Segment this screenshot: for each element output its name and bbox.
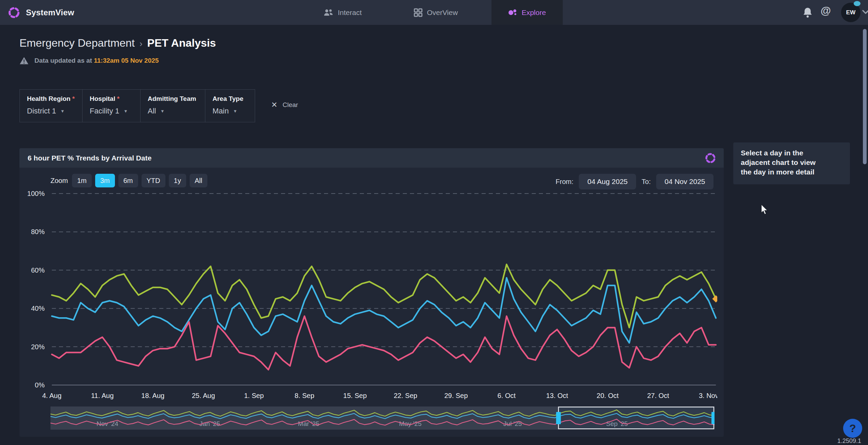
x-tick-label: 1. Sep bbox=[244, 392, 264, 399]
series-pink bbox=[52, 316, 716, 370]
tab-overview-label: OverView bbox=[427, 9, 458, 17]
caret-down-icon: ▾ bbox=[234, 108, 237, 114]
x-tick-label: 15. Sep bbox=[343, 392, 367, 399]
day-detail-message: Select a day in the adjacent chart to vi… bbox=[741, 148, 823, 177]
zoom-button-ytd[interactable]: YTD bbox=[142, 174, 165, 187]
day-detail-panel: Select a day in the adjacent chart to vi… bbox=[733, 142, 850, 184]
zoom-label: Zoom bbox=[50, 177, 68, 185]
tab-overview[interactable]: OverView bbox=[404, 0, 467, 25]
from-label: From: bbox=[556, 178, 573, 186]
zoom-button-1m[interactable]: 1m bbox=[72, 174, 92, 187]
navigator-selection bbox=[558, 407, 714, 429]
clear-filters-button[interactable]: ✕ Clear bbox=[271, 101, 298, 109]
clear-x-icon: ✕ bbox=[271, 101, 277, 109]
mentions-at-icon[interactable]: @ bbox=[821, 5, 831, 17]
to-label: To: bbox=[642, 178, 651, 186]
x-tick-label: 6. Oct bbox=[498, 392, 516, 399]
filter-hospital[interactable]: Hospital*Facility 1▾ bbox=[83, 90, 141, 122]
filter-value-dropdown[interactable]: Facility 1▾ bbox=[90, 107, 140, 116]
breadcrumb-separator: › bbox=[139, 39, 143, 49]
people-icon bbox=[324, 9, 333, 17]
breadcrumb-section[interactable]: Emergency Department bbox=[19, 37, 135, 49]
chart-toolbar: Zoom1m3m6mYTD1yAll From: 04 Aug 2025 To:… bbox=[19, 172, 724, 189]
y-tick-label: 20% bbox=[31, 343, 45, 351]
navigator-svg: Nov '24Jan '25Mar '25May '25Jul '25Sep '… bbox=[50, 406, 715, 430]
explore-dots-icon bbox=[508, 9, 517, 17]
x-tick-label: 25. Aug bbox=[192, 392, 215, 399]
tab-interact-label: Interact bbox=[338, 9, 362, 17]
zoom-button-3m[interactable]: 3m bbox=[95, 174, 115, 187]
navigator-unselected-mask bbox=[50, 406, 558, 430]
data-updated-text: Data updated as at 11:32am 05 Nov 2025 bbox=[34, 57, 159, 64]
version-label: 1.2509.1 bbox=[832, 438, 866, 445]
page: SystemView Interact OverView bbox=[0, 0, 868, 445]
filter-label: Health Region* bbox=[27, 95, 82, 103]
navigator-handle-right[interactable] bbox=[711, 412, 715, 424]
y-tick-label: 0% bbox=[35, 381, 45, 389]
required-asterisk: * bbox=[117, 95, 119, 102]
brand-name: SystemView bbox=[26, 8, 74, 17]
breadcrumb: Emergency Department › PET Analysis bbox=[19, 37, 216, 49]
filter-health-region[interactable]: Health Region*District 1▾ bbox=[20, 90, 83, 122]
x-tick-label: 11. Aug bbox=[91, 392, 114, 399]
trend-chart-title: 6 hour PET % Trends by Arrival Date bbox=[28, 154, 151, 162]
filter-value-dropdown[interactable]: All▾ bbox=[148, 107, 205, 116]
required-asterisk: * bbox=[72, 95, 75, 102]
x-tick-label: 8. Sep bbox=[295, 392, 314, 399]
tab-explore[interactable]: Explore bbox=[491, 0, 563, 25]
top-nav: SystemView Interact OverView bbox=[0, 0, 868, 25]
x-tick-label: 13. Oct bbox=[546, 392, 568, 399]
filter-bar: Health Region*District 1▾Hospital*Facili… bbox=[19, 89, 255, 122]
chevron-down-icon[interactable] bbox=[862, 9, 868, 15]
tab-explore-label: Explore bbox=[521, 9, 546, 17]
help-button[interactable]: ? bbox=[843, 419, 862, 438]
chart-range-navigator[interactable]: Nov '24Jan '25Mar '25May '25Jul '25Sep '… bbox=[50, 406, 715, 430]
caret-down-icon: ▾ bbox=[161, 108, 164, 114]
avatar-status-badge bbox=[854, 1, 860, 6]
trend-line-chart[interactable]: 0%20%40%60%80%100%4. Aug11. Aug18. Aug25… bbox=[18, 187, 717, 404]
filter-label: Hospital* bbox=[90, 95, 140, 103]
trend-chart-svg: 0%20%40%60%80%100%4. Aug11. Aug18. Aug25… bbox=[18, 187, 717, 404]
caret-down-icon: ▾ bbox=[61, 108, 64, 114]
x-tick-label: 18. Aug bbox=[141, 392, 164, 399]
mouse-cursor bbox=[760, 204, 769, 215]
filter-value-dropdown[interactable]: District 1▾ bbox=[27, 107, 82, 116]
avatar-initials: EW bbox=[846, 9, 855, 16]
x-tick-label: 29. Sep bbox=[444, 392, 468, 399]
data-updated-timestamp: 11:32am 05 Nov 2025 bbox=[94, 57, 159, 64]
brand[interactable]: SystemView bbox=[8, 0, 74, 25]
zoom-button-group: Zoom1m3m6mYTD1yAll bbox=[50, 174, 207, 187]
navigator-handle-left[interactable] bbox=[556, 412, 561, 424]
grid-icon bbox=[414, 8, 423, 17]
trend-chart-panel: 6 hour PET % Trends by Arrival Date Zoom… bbox=[19, 148, 724, 437]
loading-spinner-icon bbox=[705, 152, 716, 164]
filter-label: Area Type bbox=[212, 95, 255, 103]
filter-value-dropdown[interactable]: Main▾ bbox=[212, 107, 255, 116]
y-tick-label: 60% bbox=[31, 266, 45, 274]
filter-admitting-team[interactable]: Admitting TeamAll▾ bbox=[141, 90, 205, 122]
systemview-logo-icon bbox=[8, 6, 20, 19]
y-tick-label: 80% bbox=[31, 228, 45, 235]
x-tick-label: 22. Sep bbox=[394, 392, 417, 399]
page-scrollbar-thumb[interactable] bbox=[863, 29, 867, 164]
data-updated-row: Data updated as at 11:32am 05 Nov 2025 bbox=[19, 57, 159, 65]
x-tick-label: 3. Nov bbox=[699, 392, 717, 399]
filter-label: Admitting Team bbox=[148, 95, 205, 103]
zoom-button-6m[interactable]: 6m bbox=[118, 174, 138, 187]
x-tick-label: 27. Oct bbox=[647, 392, 669, 399]
y-tick-label: 40% bbox=[31, 305, 45, 312]
y-tick-label: 100% bbox=[27, 190, 45, 197]
caret-down-icon: ▾ bbox=[124, 108, 127, 114]
notifications-bell-icon[interactable] bbox=[801, 6, 814, 19]
zoom-button-all[interactable]: All bbox=[190, 174, 207, 187]
x-tick-label: 20. Oct bbox=[597, 392, 619, 399]
tab-interact[interactable]: Interact bbox=[314, 0, 372, 25]
x-tick-label: 4. Aug bbox=[42, 392, 62, 399]
page-title: PET Analysis bbox=[147, 37, 216, 49]
clear-label: Clear bbox=[282, 101, 298, 109]
warning-triangle-icon bbox=[19, 57, 29, 65]
trend-chart-panel-header: 6 hour PET % Trends by Arrival Date bbox=[19, 148, 724, 168]
zoom-button-1y[interactable]: 1y bbox=[169, 174, 186, 187]
filter-area-type[interactable]: Area TypeMain▾ bbox=[205, 90, 255, 122]
